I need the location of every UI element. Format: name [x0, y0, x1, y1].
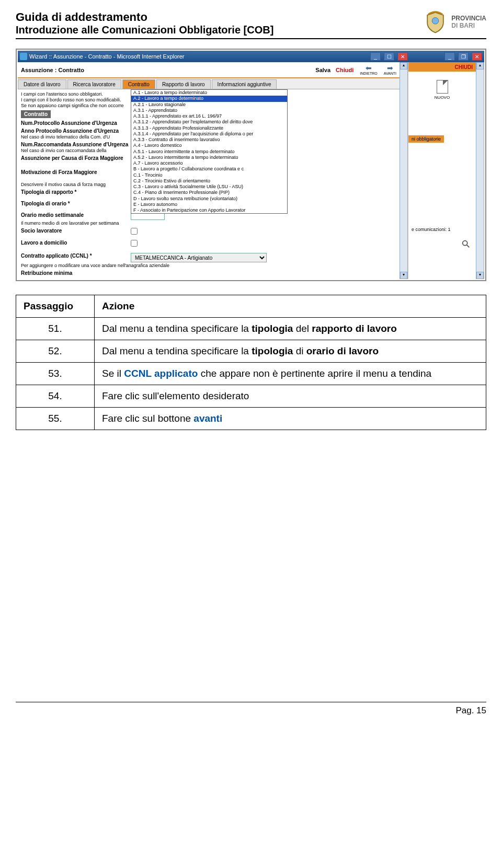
domicilio-checkbox[interactable]: [131, 240, 138, 247]
dropdown-option[interactable]: C.2 - Tirocinio Estivo di orientamento: [131, 178, 287, 184]
table-row: 53. Se il CCNL applicato che appare non …: [16, 363, 486, 385]
tab-info[interactable]: Informazioni aggiuntive: [212, 79, 277, 89]
label-forza-maggiore: Assunzione per Causa di Forza Maggiore: [21, 155, 123, 161]
label-retribuzione: Retribuzione minima: [21, 270, 72, 276]
dropdown-option[interactable]: A.3.1.3 - Apprendistato Professionalizza…: [131, 125, 287, 131]
dropdown-option[interactable]: A.5.1 - Lavoro intermittente a tempo det…: [131, 149, 287, 155]
dropdown-option[interactable]: A.3.1 - Apprendistato: [131, 108, 287, 113]
window-title-text: Wizard :: Assunzione - Contratto - Micro…: [29, 53, 185, 60]
breadcrumb-text: Assunzione : Contratto: [21, 67, 84, 73]
table-row: 55. Fare clic sul bottone avanti: [16, 408, 486, 430]
tab-datore[interactable]: Datore di lavoro: [18, 79, 66, 89]
comms-count: e comunicazioni: 1: [412, 227, 473, 232]
dropdown-option[interactable]: D - Lavoro svolto senza retribuzione (vo…: [131, 196, 287, 202]
dropdown-option[interactable]: A.3.1.1 - Apprendistato ex art.16 L. 196…: [131, 113, 287, 119]
label-anno-protocollo: Anno Protocollo Assunzione d'Urgenza: [21, 128, 119, 134]
right-panel: CHIUDI NUOVO ni obbligatorie e comunicaz…: [408, 62, 476, 279]
dropdown-option[interactable]: A.2 - Lavoro a tempo determinato: [131, 96, 287, 101]
label-domicilio: Lavoro a domicilio: [21, 240, 67, 246]
dropdown-option[interactable]: A.1 - Lavoro a tempo indeterminato: [131, 90, 287, 96]
scroll-up-icon[interactable]: ▴: [400, 62, 407, 70]
label-tipologia-orario: Tipologia di orario *: [21, 201, 70, 206]
outer-close-button[interactable]: ✕: [472, 52, 482, 61]
doc-header: Guida di addestramento Introduzione alle…: [16, 10, 486, 38]
step-action: Fare clic sul bottone avanti: [95, 408, 486, 430]
window-maximize-button[interactable]: ☐: [384, 52, 394, 61]
table-row: 51. Dal menu a tendina specificare la ti…: [16, 318, 486, 340]
magnifier-icon[interactable]: [461, 239, 471, 249]
side-tag: ni obbligatorie: [408, 135, 444, 143]
tab-ricerca[interactable]: Ricerca lavoratore: [67, 79, 121, 89]
col-passaggio: Passaggio: [16, 295, 95, 318]
dropdown-option[interactable]: B - Lavoro a progetto / Collaborazione c…: [131, 166, 287, 172]
svg-point-1: [463, 241, 467, 246]
ie-icon: [20, 53, 27, 60]
label-socio: Socio lavoratore: [21, 228, 62, 234]
window-minimize-button[interactable]: _: [370, 52, 381, 61]
step-number: 53.: [16, 363, 95, 385]
label-orario-medio: Orario medio settimanale: [21, 212, 84, 218]
step-number: 55.: [16, 408, 95, 430]
dropdown-option[interactable]: A.5.2 - Lavoro intermittente a tempo ind…: [131, 155, 287, 160]
back-button[interactable]: ⬅INDIETRO: [360, 64, 377, 75]
crest-icon: [424, 10, 447, 34]
window-titlebar: Wizard :: Assunzione - Contratto - Micro…: [18, 51, 484, 62]
save-link[interactable]: Salva: [315, 67, 330, 73]
dropdown-option[interactable]: E - Lavoro autonomo: [131, 202, 287, 207]
label-motivazione: Motivazione di Forza Maggiore: [21, 169, 97, 175]
label-tipologia-rapporto: Tipologia di rapporto *: [21, 189, 76, 195]
org-line1: PROVINCIA: [451, 15, 486, 22]
dropdown-option[interactable]: A.3.3 - Contratto di inserimento lavorat…: [131, 137, 287, 143]
col-azione: Azione: [95, 295, 486, 318]
outer-scrollbar[interactable]: ▴ ▾: [476, 62, 484, 279]
org-brand: PROVINCIA DI BARI: [424, 10, 486, 34]
document-icon: [437, 80, 448, 94]
close-link[interactable]: Chiudi: [336, 67, 353, 73]
outer-restore-button[interactable]: ❐: [458, 52, 469, 61]
dropdown-option[interactable]: A.2.1 - Lavoro stagionale: [131, 102, 287, 108]
dropdown-option[interactable]: A.4 - Lavoro domestico: [131, 143, 287, 148]
label-num-raccomandata: Num.Raccomandata Assunzione d'Urgenza: [21, 142, 128, 147]
form-body: I campi con l'asterisco sono obbligatori…: [18, 89, 400, 279]
nuovo-button[interactable]: NUOVO: [408, 72, 476, 108]
org-line2: DI BARI: [451, 22, 486, 29]
doc-title: Guida di addestramento: [16, 10, 273, 24]
note-orario: Il numero medio di ore lavorative per se…: [21, 221, 400, 226]
socio-checkbox[interactable]: [131, 228, 138, 235]
dropdown-option[interactable]: C.1 - Tirocinio: [131, 172, 287, 178]
step-number: 51.: [16, 318, 95, 340]
label-num-protocollo: Num.Protocollo Assunzione d'Urgenza: [21, 120, 117, 126]
scroll-up-icon[interactable]: ▴: [476, 62, 484, 70]
step-action: Se il CCNL applicato che appare non è pe…: [95, 363, 486, 385]
forward-button[interactable]: ➡AVANTI: [384, 64, 396, 75]
right-close-link[interactable]: CHIUDI: [408, 62, 476, 72]
steps-table: Passaggio Azione 51. Dal menu a tendina …: [16, 295, 486, 430]
dropdown-option[interactable]: A.3.1.2 - Apprendistato per l'espletamen…: [131, 119, 287, 125]
doc-subtitle: Introduzione alle Comunicazioni Obbligat…: [16, 24, 273, 36]
scroll-down-icon[interactable]: ▾: [400, 272, 407, 279]
dropdown-option[interactable]: A.7 - Lavoro accessorio: [131, 160, 287, 166]
dropdown-option[interactable]: F - Associato in Partecipazione con Appo…: [131, 207, 287, 213]
label-ccnl: Contratto applicato (CCNL) *: [21, 253, 92, 259]
ccnl-select[interactable]: METALMECCANICA - Artigianato: [131, 253, 267, 262]
header-rule: [16, 38, 486, 39]
step-action: Fare clic sull'elemento desiderato: [95, 385, 486, 408]
breadcrumb: Assunzione : Contratto Salva Chiudi ⬅IND…: [18, 62, 400, 78]
step-number: 54.: [16, 385, 95, 408]
dropdown-option[interactable]: A.3.1.4 - Apprendistato per l'acquisizio…: [131, 131, 287, 137]
section-heading: Contratto: [21, 110, 51, 118]
tab-contratto[interactable]: Contratto: [122, 79, 155, 89]
wizard-tabs: Datore di lavoro Ricerca lavoratore Cont…: [18, 78, 400, 89]
tipologia-rapporto-dropdown[interactable]: A.1 - Lavoro a tempo indeterminatoA.2 - …: [131, 89, 288, 214]
tab-rapporto[interactable]: Rapporto di lavoro: [156, 79, 211, 89]
step-action: Dal menu a tendina specificare la tipolo…: [95, 318, 486, 340]
window-close-button[interactable]: ✕: [397, 52, 408, 61]
table-row: 54. Fare clic sull'elemento desiderato: [16, 385, 486, 408]
page-footer: Pag. 15: [16, 702, 486, 716]
dropdown-option[interactable]: C.3 - Lavoro o attività Socialmente Util…: [131, 184, 287, 190]
inner-scrollbar[interactable]: ▴ ▾: [400, 62, 408, 279]
scroll-down-icon[interactable]: ▾: [476, 272, 484, 279]
dropdown-option[interactable]: C.4 - Piano di Inserimento Professionale…: [131, 190, 287, 195]
outer-minimize-button[interactable]: _: [444, 52, 455, 61]
step-number: 52.: [16, 340, 95, 363]
